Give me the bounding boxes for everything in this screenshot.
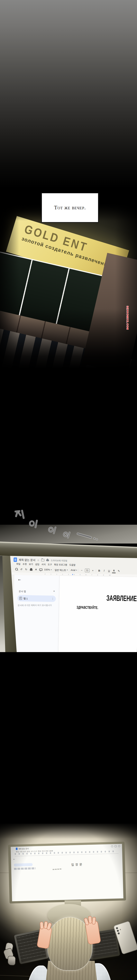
tab-doc-icon — [19, 597, 22, 600]
menu-insert[interactable]: 삽입 — [35, 563, 39, 566]
paragraph-style-select[interactable]: 일반 텍스트 ▾ — [55, 568, 68, 572]
zoom-value: 100% — [44, 568, 50, 571]
underline-button[interactable]: U — [107, 569, 111, 573]
mini-doc-heading: 입장문 — [71, 862, 83, 867]
docs-titlebar: 제목 없는 문서 ☆ 드라이브에 저장됨 — [14, 557, 67, 563]
font-size-increase[interactable]: + — [91, 568, 94, 572]
menu-extensions[interactable]: 확장 프로그램 — [54, 563, 67, 566]
menu-tools[interactable]: 도구 — [48, 563, 52, 566]
mini-tab-pill — [14, 863, 33, 867]
docs-screen: 제목 없는 문서 ☆ 드라이브에 저장됨 파일 수정 보기 삽입 서식 도구 확… — [0, 556, 137, 652]
doc-title[interactable]: 제목 없는 문서 — [19, 558, 35, 562]
menu-bar: 파일 수정 보기 삽입 서식 도구 확장 프로그램 도움말 — [16, 562, 76, 566]
docs-sidebar: ← 문서 탭 + 탭 1 ⋮ 문서에 추가한 제목이 여기 표시됩니다 — [13, 575, 60, 652]
desk-scene-panel: 제목 없는 문서 파일 수정 보기 삽입 서식 도구 확장 프로그램 도움말 ←… — [0, 824, 137, 980]
cloud-saved-icon — [46, 559, 49, 561]
back-arrow-icon[interactable]: ← — [18, 578, 21, 582]
caption-text: Тот же вечер. — [54, 205, 86, 211]
menu-format[interactable]: 서식 — [41, 563, 46, 566]
menu-help[interactable]: 도움말 — [69, 563, 76, 566]
font-value: Arial — [71, 569, 76, 571]
sidebar-helper-text: 문서에 추가한 제목이 여기 표시됩니다 — [18, 604, 56, 607]
italic-button[interactable]: I — [102, 569, 106, 573]
chevron-down-icon: ▾ — [76, 569, 77, 571]
tab-name: 탭 1 — [24, 597, 50, 600]
back-arrow-icon: ← — [13, 858, 15, 860]
chevron-down-icon: ▾ — [51, 569, 52, 571]
menu-view[interactable]: 보기 — [29, 563, 33, 566]
history-icon — [111, 845, 113, 847]
mini-titlebar: 제목 없는 문서 — [16, 847, 29, 850]
mini-helper-bar — [14, 867, 35, 870]
share-icon — [118, 845, 120, 847]
tab-item[interactable]: 탭 1 ⋮ — [17, 595, 56, 602]
building-panel: GOLD ENT золотой создатель развлечений S… — [0, 204, 137, 373]
tabs-section-label: 문서 탭 — [19, 590, 26, 593]
gdocs-icon — [16, 848, 17, 850]
phone-camera-dots — [116, 927, 118, 929]
more-options-icon[interactable]: ⋮ — [52, 597, 54, 600]
webtoon-page: Тот же вечер. GOLD ENT золотой создатель… — [0, 0, 137, 980]
undo-icon[interactable]: ↺ — [20, 567, 23, 571]
gdocs-icon[interactable] — [14, 557, 17, 562]
redo-icon[interactable]: ↻ — [24, 567, 28, 571]
toolbar-separator — [69, 568, 69, 571]
bold-button[interactable]: B — [98, 569, 101, 573]
phone-flash — [120, 929, 121, 931]
add-tab-button[interactable]: + — [53, 589, 55, 593]
saved-status: 드라이브에 저장됨 — [51, 559, 67, 562]
spellcheck-icon[interactable]: A — [34, 568, 38, 571]
font-select[interactable]: Arial ▾ — [71, 569, 77, 571]
docs-monitor-panel: 제목 없는 문서 ☆ 드라이브에 저장됨 파일 수정 보기 삽입 서식 도구 확… — [0, 525, 137, 652]
chevron-down-icon: ▾ — [67, 569, 68, 571]
edit-pen-icon[interactable]: ✎ — [117, 569, 121, 573]
mini-doc-scribble — [52, 869, 62, 870]
zoom-select[interactable]: 100% ▾ — [44, 568, 52, 571]
print-icon[interactable] — [29, 568, 33, 571]
style-value: 일반 텍스트 — [55, 568, 66, 572]
caption-box: Тот же вечер. — [41, 192, 99, 223]
search-icon[interactable] — [15, 567, 18, 571]
paint-format-icon[interactable] — [39, 568, 43, 571]
move-folder-icon[interactable] — [41, 559, 44, 562]
indent-marker-icon[interactable]: ▼ — [72, 574, 73, 576]
desk-monitor: 제목 없는 문서 파일 수정 보기 삽입 서식 도구 확장 프로그램 도움말 ←… — [8, 842, 126, 904]
watermark-text: SEXKOMIX2.COM — [126, 306, 129, 339]
desk-monitor-screen: 제목 없는 문서 파일 수정 보기 삽입 서식 도구 확장 프로그램 도움말 ←… — [11, 844, 123, 901]
night-sky-gradient — [0, 0, 137, 188]
menu-edit[interactable]: 수정 — [22, 562, 27, 565]
docs-toolbar: ↺ ↻ A 100% ▾ 일반 텍스트 ▾ Arial ▾ — [15, 566, 121, 573]
toolbar-separator — [78, 569, 79, 572]
menu-file[interactable]: 파일 — [16, 562, 20, 565]
text-color-button[interactable]: A — [112, 569, 116, 573]
star-icon[interactable]: ☆ — [37, 558, 39, 562]
mini-header-icons — [111, 845, 120, 847]
font-size-decrease[interactable]: − — [80, 568, 83, 572]
comment-icon — [115, 845, 117, 847]
document-page[interactable] — [58, 576, 137, 652]
sfx-glyph-ji — [14, 509, 24, 520]
mini-doc-title: 제목 없는 문서 — [19, 847, 29, 850]
document-body-line: ЗДРАВСТВУЙТЕ. — [77, 605, 98, 610]
font-size-field[interactable]: 11 — [85, 568, 90, 572]
document-heading: ЗАЯВЛЕНИЕ — [106, 594, 137, 603]
